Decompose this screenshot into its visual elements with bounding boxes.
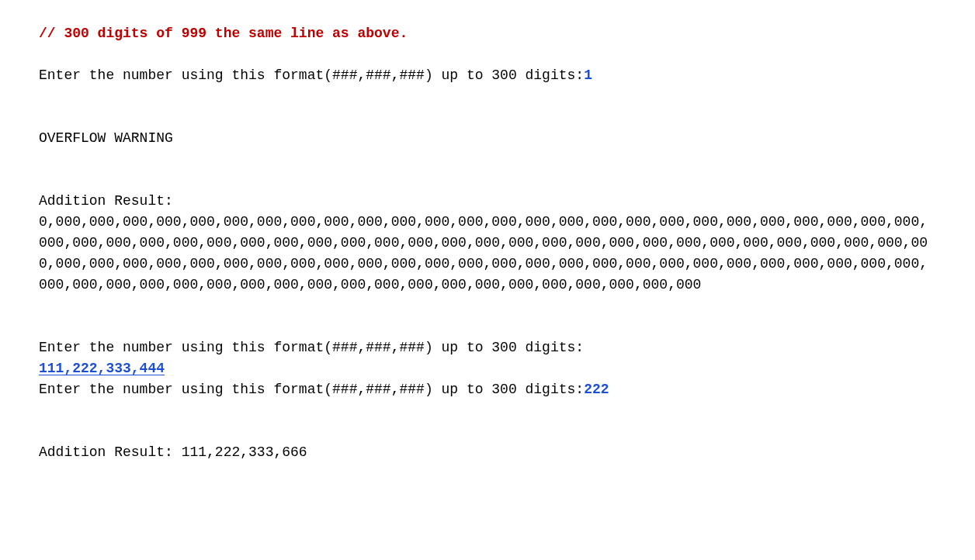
code-comment: // 300 digits of 999 the same line as ab… (39, 23, 936, 44)
result-label-1: Addition Result: (39, 191, 936, 212)
user-input-2: 111,222,333,444 (39, 361, 165, 376)
result-value-1: 0,000,000,000,000,000,000,000,000,000,00… (39, 212, 935, 296)
result-value-2: 111,222,333,666 (182, 444, 307, 460)
input-prompt-3: Enter the number using this format(###,#… (39, 379, 936, 400)
user-input-3: 222 (584, 382, 609, 397)
overflow-warning: OVERFLOW WARNING (39, 128, 936, 149)
result-line-2: Addition Result: 111,222,333,666 (39, 442, 936, 463)
user-input-1: 1 (584, 67, 592, 83)
input-prompt-2: Enter the number using this format(###,#… (39, 337, 936, 358)
prompt-label-3: Enter the number using this format(###,#… (39, 382, 584, 397)
prompt-label-2: Enter the number using this format(###,#… (39, 340, 584, 355)
input-prompt-1: Enter the number using this format(###,#… (39, 65, 936, 86)
prompt-label-1: Enter the number using this format(###,#… (39, 67, 584, 83)
result-label-2: Addition Result: (39, 444, 182, 460)
user-input-2-line: 111,222,333,444 (39, 358, 936, 379)
